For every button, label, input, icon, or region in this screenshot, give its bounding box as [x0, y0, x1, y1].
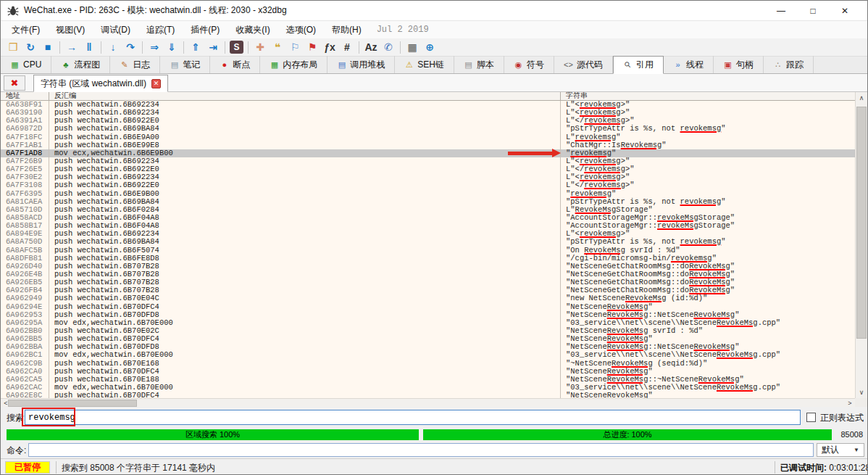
source-mode-icon[interactable]: S [230, 41, 243, 54]
column-header-address[interactable]: 地址 [1, 92, 49, 100]
menu-item-3[interactable]: 追踪(T) [138, 22, 183, 38]
pause-icon[interactable]: ‖ [80, 40, 98, 55]
search-input[interactable] [25, 410, 801, 425]
table-row[interactable]: 6A962BB0push wechatwin.6B70E02C"NetScene… [1, 327, 855, 335]
tab-call-stack[interactable]: ▤调用堆栈 [327, 56, 395, 73]
table-row[interactable]: 6A85710Dpush wechatwin.6B6F0284L"RevokeM… [1, 206, 855, 214]
table-row[interactable]: 6A7F26E5push wechatwin.6B6922E0L"</revok… [1, 165, 855, 173]
stop-icon[interactable]: ■ [39, 40, 57, 55]
command-profile-dropdown[interactable]: 默认 ▼ [817, 443, 864, 457]
table-row[interactable]: 6A858ACDpush wechatwin.6B6F04A8"AccountS… [1, 214, 855, 222]
table-row[interactable]: 6A69872Dpush wechatwin.6B69BA84"pStrType… [1, 125, 855, 133]
tab-threads[interactable]: »线程 [664, 56, 714, 73]
table-row[interactable]: 6A962949push wechatwin.6B70E04C"new NetS… [1, 294, 855, 302]
run-to-cursor-icon[interactable]: ⇒ [146, 40, 163, 55]
menu-item-2[interactable]: 调试(D) [93, 22, 138, 38]
table-row[interactable]: 6A962953push wechatwin.6B70DFD8"NetScene… [1, 311, 855, 319]
table-row[interactable]: 6A962E8Cpush wechatwin.6B70DFC4"NetScene… [1, 392, 855, 398]
table-row[interactable]: 6A7F18FCpush wechatwin.6B6E9A00L"revokem… [1, 133, 855, 141]
command-input[interactable] [28, 443, 814, 457]
menu-item-6[interactable]: 选项(O) [278, 22, 324, 38]
table-row[interactable]: 6A894E9Epush wechatwin.6B692234L"<revoke… [1, 230, 855, 238]
tab-source[interactable]: <>源代码 [554, 56, 613, 73]
close-tab-icon[interactable]: ✕ [151, 79, 161, 88]
case-icon[interactable]: Az [362, 40, 380, 55]
comments-icon[interactable]: ❝ [269, 40, 286, 55]
tab-cpu[interactable]: ▦CPU [1, 56, 51, 73]
tab-handles[interactable]: ▣句柄 [714, 56, 764, 73]
table-row[interactable]: 6A962BB5push wechatwin.6B70DFC4"NetScene… [1, 335, 855, 343]
table-row[interactable]: 6A926D40push wechatwin.6B707B28"NetScene… [1, 263, 855, 270]
minimize-button[interactable]: — [765, 1, 797, 20]
menu-item-1[interactable]: 视图(V) [48, 22, 93, 38]
menu-item-7[interactable]: 帮助(H) [324, 22, 370, 38]
tab-seh[interactable]: ⚠SEH链 [395, 56, 454, 73]
table-row[interactable]: 6A962C9Bpush wechatwin.6B70E168"~NetScen… [1, 360, 855, 368]
column-header-string[interactable]: 字符串 [561, 92, 855, 100]
table-row[interactable]: 6A8AFC5Bpush wechatwin.6B6F5074"On Revok… [1, 247, 855, 255]
vertical-scrollbar[interactable]: ∧ ∨ [855, 92, 867, 398]
table-row[interactable]: 6A926FB4push wechatwin.6B707B28"NetScene… [1, 286, 855, 294]
functions-icon[interactable]: ƒx [321, 40, 338, 55]
table-row[interactable]: 6A7F1AD8mov ecx,wechatwin.6B6E9B00"revok… [1, 149, 855, 157]
bookmarks-icon[interactable]: ⚑ [304, 40, 321, 55]
table-row[interactable]: 6A7F26B9push wechatwin.6B692234L"<revoke… [1, 157, 855, 165]
table-row[interactable]: 6A926E4Bpush wechatwin.6B707B28"NetScene… [1, 270, 855, 278]
table-row[interactable]: 6A962BC1mov edx,wechatwin.6B70E000"03_se… [1, 351, 855, 359]
table-row[interactable]: 6A8DFB81push wechatwin.6B6FE8D8"/cgi-bin… [1, 255, 855, 263]
execute-till-return-icon[interactable]: ⇓ [163, 40, 180, 55]
table-row[interactable]: 6A962CACmov edx,wechatwin.6B70E000"03_se… [1, 384, 855, 392]
vertical-scrollbar-thumb[interactable] [856, 107, 867, 339]
tab-trace[interactable]: ∴跟踪 [764, 56, 814, 73]
table-row[interactable]: 6A962CA0push wechatwin.6B70DFC4"NetScene… [1, 368, 855, 376]
scroll-right-icon[interactable]: > [845, 399, 855, 407]
hash-icon[interactable]: # [338, 40, 356, 55]
close-all-tabs-button[interactable]: ✖ [4, 75, 25, 91]
table-row[interactable]: 6A96294Epush wechatwin.6B70DFC4"NetScene… [1, 303, 855, 311]
table-row[interactable]: 6A81CAEApush wechatwin.6B69BA84"pStrType… [1, 198, 855, 206]
menu-item-0[interactable]: 文件(F) [4, 22, 48, 38]
close-button[interactable]: ✕ [829, 1, 861, 20]
table-row[interactable]: 6A962BBApush wechatwin.6B70DFD8"NetScene… [1, 343, 855, 351]
subtab-strings-wechatwin[interactable]: 字符串 (区域 wechatwin.dll) ✕ [33, 75, 168, 92]
menu-item-4[interactable]: 插件(P) [183, 22, 228, 38]
patch-icon[interactable]: ✚ [251, 40, 269, 55]
table-row[interactable]: 6A7F6395push wechatwin.6B6E9B00"revokems… [1, 190, 855, 198]
tab-graph[interactable]: ♣流程图 [51, 56, 110, 73]
regex-checkbox[interactable] [806, 413, 816, 422]
tab-references[interactable]: ⚲引用 [613, 56, 664, 74]
horizontal-scrollbar[interactable]: < > [1, 398, 855, 407]
step-into-user-icon[interactable]: ⇥ [204, 40, 222, 55]
column-header-disassembly[interactable]: 反汇编 [49, 92, 561, 100]
tab-script[interactable]: ▤脚本 [454, 56, 504, 73]
table-row[interactable]: 6A638F91push wechatwin.6B692234L"<revoke… [1, 101, 855, 109]
run-icon[interactable]: → [63, 40, 80, 55]
table-row[interactable]: 6A962CA5push wechatwin.6B70E188"NetScene… [1, 376, 855, 384]
tab-notes[interactable]: ▤笔记 [160, 56, 210, 73]
tab-log[interactable]: ✎日志 [110, 56, 160, 73]
scroll-down-icon[interactable]: ∨ [856, 387, 867, 398]
step-into-icon[interactable]: ↓ [104, 40, 122, 55]
labels-icon[interactable]: ⚐ [286, 40, 304, 55]
table-row[interactable]: 6A6391A1push wechatwin.6B6922E0L"</revok… [1, 117, 855, 125]
open-file-icon[interactable]: ❒ [4, 40, 22, 55]
restart-icon[interactable]: ↻ [22, 40, 39, 55]
table-row[interactable]: 6A7F1AB1push wechatwin.6B6E99E8"ChatMgr:… [1, 141, 855, 149]
table-row[interactable]: 6A926EB5push wechatwin.6B707B28"NetScene… [1, 278, 855, 286]
attach-icon[interactable]: ✆ [380, 40, 397, 55]
table-row[interactable]: 6A858B17push wechatwin.6B6F04A8"AccountS… [1, 222, 855, 230]
table-row[interactable]: 6A7F3108push wechatwin.6B6922E0L"</revok… [1, 181, 855, 189]
step-over-icon[interactable]: ↷ [122, 40, 139, 55]
tab-symbols[interactable]: ◉符号 [504, 56, 554, 73]
scroll-up-icon[interactable]: ∧ [856, 92, 867, 104]
menu-item-5[interactable]: 收藏夹(I) [228, 22, 277, 38]
table-row[interactable]: 6A96295Amov edx,wechatwin.6B70E000"03_se… [1, 319, 855, 327]
table-row[interactable]: 6A7F30E2push wechatwin.6B692234L"<revoke… [1, 173, 855, 181]
table-row[interactable]: 6A8A750Dpush wechatwin.6B69BA84"pStrType… [1, 238, 855, 246]
calculator-icon[interactable]: ▦ [404, 40, 421, 55]
tab-breakpoints[interactable]: ●断点 [210, 56, 260, 73]
table-row[interactable]: 6A639190push wechatwin.6B692234L"<revoke… [1, 109, 855, 117]
maximize-button[interactable]: □ [797, 1, 829, 20]
globe-icon[interactable]: ⊕ [421, 40, 438, 55]
horizontal-scrollbar-thumb[interactable] [8, 400, 137, 407]
